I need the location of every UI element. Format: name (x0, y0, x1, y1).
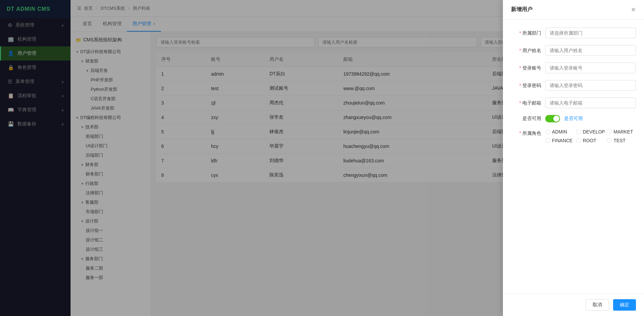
password-label: 登录密码 (511, 80, 541, 89)
login-field-row: 登录账号 (511, 63, 636, 73)
dept-field-row: 所属部门 (511, 28, 636, 38)
password-input[interactable] (545, 80, 636, 91)
cancel-button[interactable]: 取消 (586, 299, 609, 311)
roles-row: 所属角色 ADMINDEVELOPMARKETFINANCEROOTTEST (511, 129, 636, 143)
drawer-header: 新增用户 ✕ (503, 0, 644, 19)
role-radio[interactable] (607, 138, 611, 143)
add-user-drawer: 新增用户 ✕ 所属部门 用户姓名 登录账号 登录密码 电子邮箱 是 (503, 0, 644, 316)
toggle-label: 是否可用 (511, 116, 541, 122)
email-field-row: 电子邮箱 (511, 97, 636, 108)
role-option[interactable]: TEST (607, 138, 636, 143)
role-option[interactable]: MARKET (607, 129, 636, 134)
role-label: FINANCE (552, 138, 572, 143)
email-label: 电子邮箱 (511, 97, 541, 106)
role-radio[interactable] (576, 138, 581, 143)
dept-input[interactable] (545, 28, 636, 38)
roles-grid: ADMINDEVELOPMARKETFINANCEROOTTEST (545, 129, 636, 143)
role-label: ADMIN (552, 129, 567, 134)
password-field-row: 登录密码 (511, 80, 636, 91)
role-radio[interactable] (607, 129, 611, 134)
username-field-row: 用户姓名 (511, 45, 636, 56)
username-label: 用户姓名 (511, 45, 541, 54)
role-label: MARKET (613, 129, 633, 134)
role-option[interactable]: ROOT (576, 138, 605, 143)
login-input[interactable] (545, 63, 636, 73)
drawer-body: 所属部门 用户姓名 登录账号 登录密码 电子邮箱 是否可用 是否可用 (503, 19, 644, 293)
role-label: DEVELOP (583, 129, 605, 134)
role-option[interactable]: ADMIN (545, 129, 574, 134)
drawer-close-icon[interactable]: ✕ (631, 7, 636, 13)
confirm-button[interactable]: 确定 (613, 299, 636, 311)
role-label: TEST (613, 138, 626, 143)
login-label: 登录账号 (511, 63, 541, 71)
role-option[interactable]: DEVELOP (576, 129, 605, 134)
roles-label: 所属角色 (511, 129, 541, 136)
toggle-row: 是否可用 是否可用 (511, 115, 636, 122)
role-option[interactable]: FINANCE (545, 138, 574, 143)
drawer-footer: 取消 确定 (503, 293, 644, 316)
role-radio[interactable] (545, 138, 550, 143)
dept-label: 所属部门 (511, 28, 541, 36)
username-input[interactable] (545, 45, 636, 56)
toggle-value-text: 是否可用 (564, 116, 583, 122)
role-radio[interactable] (576, 129, 581, 134)
role-label: ROOT (583, 138, 596, 143)
role-radio[interactable] (545, 129, 550, 134)
drawer-title: 新增用户 (511, 6, 532, 13)
enable-toggle[interactable] (545, 115, 560, 122)
email-input[interactable] (545, 97, 636, 108)
